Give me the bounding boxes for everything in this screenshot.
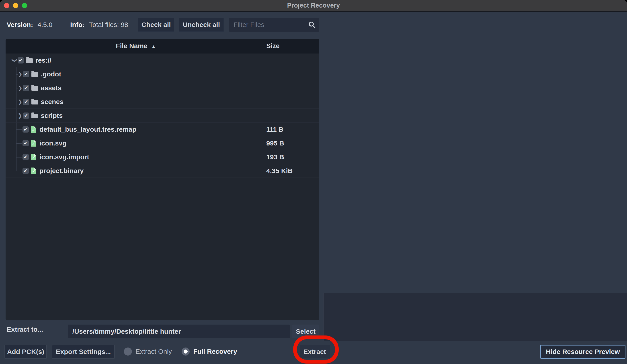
file-name: scripts (41, 112, 266, 119)
folder-icon (31, 100, 38, 104)
column-header-size[interactable]: Size (266, 42, 319, 50)
check-all-button[interactable]: Check all (138, 18, 174, 32)
tree-row[interactable]: ❯✔res:// (5, 53, 319, 67)
folder-icon (31, 72, 38, 77)
chevron-right-icon[interactable]: ❯ (17, 71, 23, 77)
radio-extract-only-label: Extract Only (135, 348, 172, 355)
tree-row[interactable]: ✔icon.svg.import193 B (5, 150, 319, 164)
titlebar[interactable]: Project Recovery (0, 0, 627, 12)
row-checkbox[interactable]: ✔ (23, 112, 29, 119)
filter-files-input[interactable] (229, 18, 319, 32)
file-name: .godot (41, 70, 266, 78)
filter-files-wrap (229, 18, 319, 32)
recovery-mode-radio-group: Extract Only Full Recovery (124, 345, 237, 358)
file-name: project.binary (40, 167, 266, 175)
version-label: Version: (7, 21, 33, 29)
add-pck-button[interactable]: Add PCK(s) (4, 345, 47, 359)
file-size: 111 B (266, 126, 319, 133)
resource-preview-panel (323, 293, 627, 341)
folder-icon (31, 86, 38, 91)
window-title: Project Recovery (0, 2, 627, 9)
file-name: icon.svg.import (40, 153, 266, 161)
sort-ascending-icon: ▲ (151, 44, 156, 49)
row-checkbox[interactable]: ✔ (22, 140, 29, 146)
chevron-right-icon[interactable]: ❯ (17, 113, 23, 118)
row-checkbox[interactable]: ✔ (22, 154, 29, 160)
project-recovery-window: Project Recovery Version: 4.5.0 Info: To… (0, 0, 627, 364)
tree-row[interactable]: ❯✔scenes (5, 95, 319, 109)
file-name: scenes (41, 98, 266, 105)
file-icon (31, 126, 36, 133)
radio-unselected-icon[interactable] (124, 348, 132, 356)
info-label: Info: (70, 21, 85, 29)
extract-to-label: Extract to... (7, 326, 43, 333)
row-checkbox[interactable]: ✔ (22, 126, 29, 133)
extract-path-input[interactable] (68, 325, 290, 338)
file-icon (31, 167, 36, 174)
chevron-right-icon[interactable]: ❯ (17, 85, 23, 91)
file-size: 995 B (266, 139, 319, 147)
radio-full-recovery[interactable]: Full Recovery (182, 348, 237, 356)
row-checkbox[interactable]: ✔ (23, 71, 29, 77)
folder-icon (31, 114, 38, 118)
select-folder-button[interactable]: Select (292, 325, 319, 338)
row-checkbox[interactable]: ✔ (22, 168, 29, 174)
file-name: assets (41, 84, 266, 92)
hide-resource-preview-button[interactable]: Hide Resource Preview (540, 345, 626, 359)
radio-full-recovery-label: Full Recovery (193, 348, 237, 355)
tree-row[interactable]: ❯✔.godot (5, 67, 319, 81)
folder-icon (26, 58, 33, 63)
tree-row[interactable]: ✔default_bus_layout.tres.remap111 B (5, 122, 319, 136)
export-settings-button[interactable]: Export Settings... (52, 345, 115, 359)
search-icon (308, 21, 316, 30)
file-icon (31, 140, 36, 147)
file-size: 4.35 KiB (266, 167, 319, 175)
version-value: 4.5.0 (37, 21, 52, 29)
file-name: default_bus_layout.tres.remap (40, 126, 266, 133)
radio-extract-only[interactable]: Extract Only (124, 348, 172, 356)
table-header: File Name ▲ Size (5, 39, 319, 53)
file-tree-rows: ❯✔res://❯✔.godot❯✔assets❯✔scenes❯✔script… (5, 53, 319, 178)
row-checkbox[interactable]: ✔ (23, 85, 29, 91)
extract-button[interactable]: Extract (300, 345, 330, 359)
file-name: res:// (35, 56, 266, 64)
uncheck-all-button[interactable]: Uncheck all (179, 18, 224, 32)
toolbar-divider (62, 18, 62, 32)
tree-row[interactable]: ✔icon.svg995 B (5, 136, 319, 150)
tree-row[interactable]: ❯✔assets (5, 81, 319, 95)
row-checkbox[interactable]: ✔ (23, 99, 29, 105)
tree-row[interactable]: ✔project.binary4.35 KiB (5, 164, 319, 178)
file-name: icon.svg (40, 139, 266, 147)
total-files-value: Total files: 98 (89, 21, 128, 29)
column-header-file-name[interactable]: File Name ▲ (5, 42, 266, 50)
toolbar: Version: 4.5.0 Info: Total files: 98 Che… (7, 16, 319, 33)
radio-selected-icon[interactable] (182, 348, 190, 356)
chevron-right-icon[interactable]: ❯ (17, 99, 23, 105)
chevron-down-icon[interactable]: ❯ (12, 57, 18, 63)
tree-row[interactable]: ❯✔scripts (5, 109, 319, 122)
file-table: File Name ▲ Size ❯✔res://❯✔.godot❯✔asset… (5, 39, 319, 320)
row-checkbox[interactable]: ✔ (18, 57, 24, 63)
file-size: 193 B (266, 153, 319, 161)
file-icon (31, 154, 36, 160)
